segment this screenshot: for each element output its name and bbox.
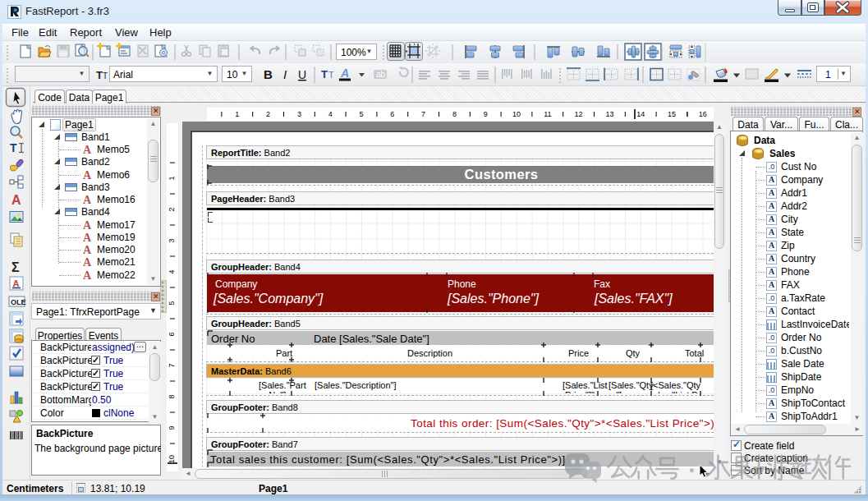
svg-text:T: T [328, 70, 334, 80]
svg-text:T: T [10, 141, 17, 154]
svg-text:9: 9 [484, 110, 488, 118]
svg-text:13: 13 [605, 110, 613, 118]
svg-text:11: 11 [544, 110, 551, 118]
svg-text:6: 6 [390, 110, 394, 118]
svg-text:Σ: Σ [11, 260, 20, 274]
svg-text:4: 4 [168, 269, 176, 273]
svg-text:A: A [13, 278, 20, 288]
svg-text:8: 8 [168, 394, 176, 398]
svg-text:10: 10 [512, 110, 521, 118]
svg-text:15: 15 [668, 110, 676, 118]
svg-text:U: U [298, 68, 306, 81]
svg-text:ab: ab [376, 70, 386, 79]
svg-text:8: 8 [452, 110, 457, 118]
svg-text:5: 5 [168, 301, 176, 305]
svg-text:6: 6 [168, 332, 176, 336]
svg-text:10: 10 [168, 455, 176, 463]
svg-text:7: 7 [168, 363, 176, 367]
svg-text:OLE: OLE [11, 298, 26, 306]
svg-text:12: 12 [575, 110, 583, 118]
svg-text:2: 2 [266, 110, 270, 118]
svg-text:14: 14 [636, 110, 645, 118]
svg-text:A: A [340, 67, 349, 80]
svg-text:3: 3 [297, 110, 301, 118]
svg-text:T: T [321, 68, 328, 80]
svg-text:3: 3 [168, 238, 176, 242]
svg-text:1: 1 [235, 110, 239, 118]
svg-text:A: A [11, 193, 21, 207]
svg-text:9: 9 [168, 425, 176, 430]
svg-text:4: 4 [328, 110, 333, 118]
svg-text:I: I [283, 67, 287, 81]
svg-text:2: 2 [168, 207, 176, 211]
svg-text:16: 16 [699, 110, 707, 118]
svg-text:B: B [264, 67, 273, 81]
svg-text:1: 1 [168, 176, 176, 180]
svg-text:7: 7 [421, 110, 425, 118]
svg-text:5: 5 [359, 110, 363, 118]
